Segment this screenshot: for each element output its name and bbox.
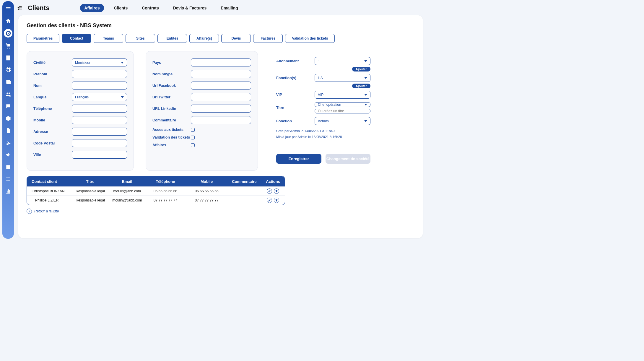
calendar-icon[interactable]: [4, 163, 12, 171]
topnav-affaires[interactable]: Affaires: [80, 4, 104, 12]
contacts-table: Contact client Titre Email Téléphone Mob…: [27, 176, 285, 205]
select-vip[interactable]: VIP: [315, 91, 370, 99]
checkbox-affaires[interactable]: [191, 143, 195, 147]
list-icon[interactable]: [4, 175, 12, 183]
target-icon[interactable]: [4, 29, 12, 38]
input-facebook[interactable]: [191, 82, 251, 90]
topnav-emailing[interactable]: Emailing: [217, 4, 242, 12]
input-linkedin[interactable]: [191, 105, 251, 113]
select-fonctions[interactable]: HA: [315, 74, 370, 82]
tab-validation[interactable]: Validation des tickets: [285, 34, 335, 43]
page-title: Clients: [28, 4, 49, 12]
label-vip: VIP: [276, 93, 315, 97]
gear-icon[interactable]: [4, 66, 12, 74]
input-ville[interactable]: [72, 151, 127, 159]
th-contact: Contact client: [27, 179, 71, 184]
label-abonnement: Abonnement: [276, 59, 315, 63]
input-skype[interactable]: [191, 70, 251, 78]
tab-sites[interactable]: Sites: [126, 34, 155, 43]
card-title: Gestion des clients - NBS System: [27, 22, 414, 29]
panel-contact-mid: Pays Nom Skype Url Facebook Url Twitter …: [146, 51, 258, 171]
label-mobile: Mobile: [33, 118, 72, 122]
th-email: Email: [109, 179, 145, 184]
panel-contact-right: Abonnement 1 Ajouter Fonction(s) HA Ajou…: [270, 51, 377, 171]
label-facebook: Url Facebook: [152, 84, 191, 88]
label-langue: Langue: [33, 95, 72, 99]
home-icon[interactable]: [4, 17, 12, 25]
th-comm: Commentaire: [227, 179, 261, 184]
chart-icon[interactable]: [4, 187, 12, 195]
select-fonction[interactable]: Achats: [315, 117, 370, 125]
input-telephone[interactable]: [72, 105, 127, 113]
delete-button[interactable]: [274, 188, 279, 194]
label-validationtickets: Validation des tickets: [152, 135, 191, 139]
select-titre[interactable]: Chef opération: [315, 102, 370, 107]
label-telephone: Téléphone: [33, 107, 72, 111]
comment-icon[interactable]: [4, 102, 12, 110]
newspaper-icon[interactable]: [4, 78, 12, 86]
topbar: Clients Affaires Clients Contrats Devis …: [17, 2, 424, 14]
table-row: Christophe BONZANI Responsable légal mou…: [27, 186, 285, 196]
hamburger-icon[interactable]: [4, 5, 12, 13]
tab-affaires[interactable]: Affaire(s): [189, 34, 219, 43]
th-mobile: Mobile: [186, 179, 227, 184]
label-adresse: Adresse: [33, 130, 72, 134]
cart-icon[interactable]: [4, 42, 12, 50]
edit-button[interactable]: [267, 198, 272, 203]
meta-updated: Mis à jour par Admin le 16/05/2021 à 16h…: [276, 134, 370, 139]
label-codepostal: Code Postal: [33, 141, 72, 145]
input-commentaire[interactable]: [191, 116, 251, 124]
chevron-down-icon: [364, 94, 367, 96]
tab-teams[interactable]: Teams: [94, 34, 123, 43]
tab-factures[interactable]: Factures: [253, 34, 283, 43]
th-actions: Actions: [261, 179, 285, 184]
label-prenom: Prénom: [33, 72, 72, 76]
input-twitter[interactable]: [191, 93, 251, 101]
label-civilite: Civilité: [33, 61, 72, 65]
topnav-clients[interactable]: Clients: [110, 4, 132, 12]
tab-parametres[interactable]: Paramètres: [27, 34, 59, 43]
delete-button[interactable]: [274, 198, 279, 203]
label-commentaire: Commentaire: [152, 118, 191, 122]
add-fonctions-button[interactable]: Ajouter: [352, 84, 371, 88]
input-codepostal[interactable]: [72, 139, 127, 147]
chevron-down-icon: [121, 62, 124, 64]
select-civilite[interactable]: Monisieur: [72, 58, 127, 66]
label-twitter: Url Twitter: [152, 95, 191, 99]
tab-entites[interactable]: Entités: [157, 34, 187, 43]
label-pays: Pays: [152, 61, 191, 65]
package-icon[interactable]: [4, 114, 12, 122]
users-icon[interactable]: [4, 90, 12, 98]
add-abonnement-button[interactable]: Ajouter: [352, 67, 371, 71]
back-to-list-link[interactable]: Retour à la liste: [27, 209, 414, 214]
input-mobile[interactable]: [72, 116, 127, 124]
label-nom: Nom: [33, 84, 72, 88]
chevron-down-icon: [364, 77, 367, 79]
checkbox-accestickets[interactable]: [191, 128, 195, 132]
checkbox-validationtickets[interactable]: [191, 136, 195, 139]
chevron-down-icon: [121, 96, 124, 98]
select-abonnement[interactable]: 1: [315, 57, 370, 65]
back-icon[interactable]: [17, 5, 23, 11]
chevron-left-icon: [27, 209, 32, 214]
select-langue[interactable]: Français: [72, 93, 127, 101]
input-adresse[interactable]: [72, 128, 127, 136]
input-pays[interactable]: [191, 58, 251, 66]
tab-devis[interactable]: Devis: [221, 34, 251, 43]
file-icon[interactable]: [4, 126, 12, 134]
save-button[interactable]: Enregistrer: [276, 154, 321, 164]
input-nom[interactable]: [72, 82, 127, 90]
building-icon[interactable]: [4, 54, 12, 62]
edit-button[interactable]: [267, 188, 272, 194]
tabs: Paramètres Contact Teams Sites Entités A…: [27, 34, 414, 43]
hand-dollar-icon[interactable]: [4, 139, 12, 147]
input-titre-custom[interactable]: [315, 109, 370, 113]
change-company-button: Changement de société: [326, 154, 371, 164]
chevron-down-icon: [364, 60, 367, 62]
input-prenom[interactable]: [72, 70, 127, 78]
megaphone-icon[interactable]: [4, 151, 12, 159]
panel-contact-left: Civilité Monisieur Prénom Nom Langue Fra…: [27, 51, 134, 171]
tab-contact[interactable]: Contact: [62, 34, 91, 43]
topnav-contrats[interactable]: Contrats: [138, 4, 163, 12]
topnav-devis-factures[interactable]: Devis & Factures: [169, 4, 211, 12]
